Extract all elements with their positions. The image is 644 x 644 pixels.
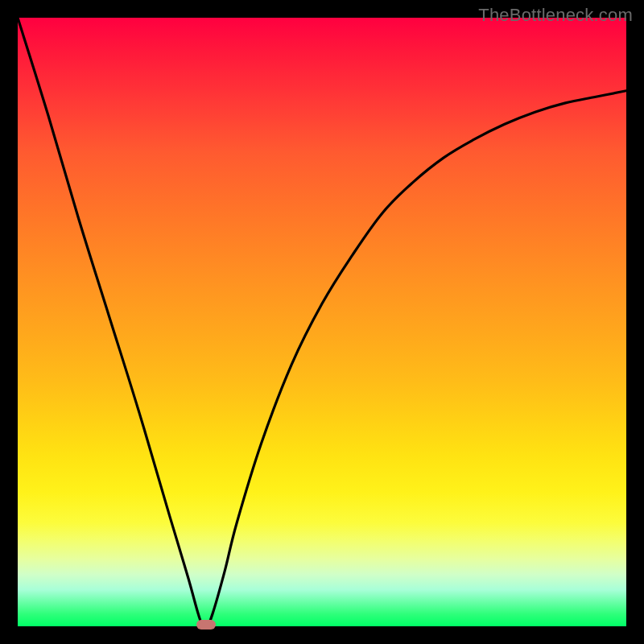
curve-svg — [18, 18, 626, 626]
bottleneck-curve-path — [18, 18, 626, 626]
chart-stage: TheBottleneck.com — [0, 0, 644, 644]
plot-area — [18, 18, 626, 626]
minimum-marker — [196, 620, 216, 630]
watermark-text: TheBottleneck.com — [478, 5, 633, 26]
